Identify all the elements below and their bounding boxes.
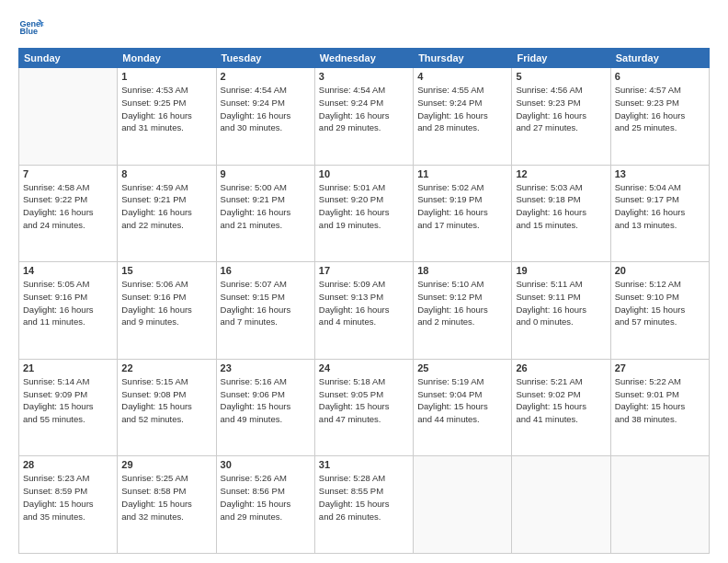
day-number: 11 <box>417 168 507 179</box>
calendar-cell: 26Sunrise: 5:21 AM Sunset: 9:02 PM Dayli… <box>512 359 610 456</box>
day-number: 7 <box>23 168 113 179</box>
calendar-cell: 22Sunrise: 5:15 AM Sunset: 9:08 PM Dayli… <box>118 359 216 456</box>
calendar-header-saturday: Saturday <box>610 49 709 68</box>
day-info: Sunrise: 5:04 AM Sunset: 9:17 PM Dayligh… <box>615 181 705 232</box>
day-number: 9 <box>221 168 311 179</box>
day-number: 25 <box>417 362 507 373</box>
calendar-header-sunday: Sunday <box>19 49 118 68</box>
day-number: 21 <box>23 362 113 373</box>
day-number: 18 <box>417 265 507 276</box>
calendar-header-row: SundayMondayTuesdayWednesdayThursdayFrid… <box>19 49 710 68</box>
day-number: 19 <box>516 265 606 276</box>
calendar-week-2: 14Sunrise: 5:05 AM Sunset: 9:16 PM Dayli… <box>19 262 710 360</box>
day-info: Sunrise: 5:28 AM Sunset: 8:55 PM Dayligh… <box>319 472 409 523</box>
calendar-cell: 5Sunrise: 4:56 AM Sunset: 9:23 PM Daylig… <box>512 68 610 166</box>
day-number: 17 <box>319 265 409 276</box>
calendar-cell: 14Sunrise: 5:05 AM Sunset: 9:16 PM Dayli… <box>19 262 118 360</box>
day-info: Sunrise: 5:03 AM Sunset: 9:18 PM Dayligh… <box>516 181 606 232</box>
day-number: 3 <box>319 71 409 82</box>
calendar-cell: 18Sunrise: 5:10 AM Sunset: 9:12 PM Dayli… <box>414 262 512 360</box>
calendar-cell: 30Sunrise: 5:26 AM Sunset: 8:56 PM Dayli… <box>216 456 314 554</box>
calendar-cell: 10Sunrise: 5:01 AM Sunset: 9:20 PM Dayli… <box>314 165 413 262</box>
calendar-week-3: 21Sunrise: 5:14 AM Sunset: 9:09 PM Dayli… <box>19 359 710 456</box>
day-number: 29 <box>121 459 211 470</box>
day-number: 2 <box>221 71 311 82</box>
day-info: Sunrise: 4:58 AM Sunset: 9:22 PM Dayligh… <box>23 181 113 232</box>
calendar-cell: 11Sunrise: 5:02 AM Sunset: 9:19 PM Dayli… <box>414 165 512 262</box>
calendar-table: SundayMondayTuesdayWednesdayThursdayFrid… <box>18 48 710 554</box>
day-info: Sunrise: 5:12 AM Sunset: 9:10 PM Dayligh… <box>615 278 705 328</box>
day-info: Sunrise: 4:54 AM Sunset: 9:24 PM Dayligh… <box>319 84 409 134</box>
calendar-cell: 27Sunrise: 5:22 AM Sunset: 9:01 PM Dayli… <box>610 359 709 456</box>
calendar-header-tuesday: Tuesday <box>216 49 314 68</box>
day-info: Sunrise: 5:22 AM Sunset: 9:01 PM Dayligh… <box>615 375 705 426</box>
page: General Blue SundayMondayTuesdayWednesda… <box>0 0 728 563</box>
calendar-header-thursday: Thursday <box>414 49 512 68</box>
calendar-cell: 16Sunrise: 5:07 AM Sunset: 9:15 PM Dayli… <box>216 262 314 360</box>
calendar-cell: 4Sunrise: 4:55 AM Sunset: 9:24 PM Daylig… <box>414 68 512 166</box>
day-number: 6 <box>615 71 705 82</box>
header: General Blue <box>18 15 710 40</box>
calendar-cell: 19Sunrise: 5:11 AM Sunset: 9:11 PM Dayli… <box>512 262 610 360</box>
calendar-cell: 20Sunrise: 5:12 AM Sunset: 9:10 PM Dayli… <box>610 262 709 360</box>
calendar-cell: 9Sunrise: 5:00 AM Sunset: 9:21 PM Daylig… <box>216 165 314 262</box>
day-info: Sunrise: 4:57 AM Sunset: 9:23 PM Dayligh… <box>615 84 705 134</box>
day-number: 26 <box>516 362 606 373</box>
day-info: Sunrise: 5:11 AM Sunset: 9:11 PM Dayligh… <box>516 278 606 328</box>
calendar-cell: 31Sunrise: 5:28 AM Sunset: 8:55 PM Dayli… <box>314 456 413 554</box>
calendar-cell: 24Sunrise: 5:18 AM Sunset: 9:05 PM Dayli… <box>314 359 413 456</box>
day-number: 10 <box>319 168 409 179</box>
calendar-cell: 12Sunrise: 5:03 AM Sunset: 9:18 PM Dayli… <box>512 165 610 262</box>
day-info: Sunrise: 5:21 AM Sunset: 9:02 PM Dayligh… <box>516 375 606 426</box>
calendar-cell: 23Sunrise: 5:16 AM Sunset: 9:06 PM Dayli… <box>216 359 314 456</box>
day-info: Sunrise: 5:16 AM Sunset: 9:06 PM Dayligh… <box>221 375 311 426</box>
day-number: 28 <box>23 459 113 470</box>
calendar-cell: 25Sunrise: 5:19 AM Sunset: 9:04 PM Dayli… <box>414 359 512 456</box>
day-number: 14 <box>23 265 113 276</box>
day-number: 1 <box>121 71 211 82</box>
day-number: 13 <box>615 168 705 179</box>
calendar-cell <box>414 456 512 554</box>
day-number: 23 <box>221 362 311 373</box>
calendar-cell: 6Sunrise: 4:57 AM Sunset: 9:23 PM Daylig… <box>610 68 709 166</box>
day-info: Sunrise: 5:23 AM Sunset: 8:59 PM Dayligh… <box>23 472 113 523</box>
day-info: Sunrise: 5:15 AM Sunset: 9:08 PM Dayligh… <box>121 375 211 426</box>
calendar-cell: 8Sunrise: 4:59 AM Sunset: 9:21 PM Daylig… <box>118 165 216 262</box>
day-number: 20 <box>615 265 705 276</box>
calendar-week-1: 7Sunrise: 4:58 AM Sunset: 9:22 PM Daylig… <box>19 165 710 262</box>
calendar-cell: 29Sunrise: 5:25 AM Sunset: 8:58 PM Dayli… <box>118 456 216 554</box>
day-info: Sunrise: 4:59 AM Sunset: 9:21 PM Dayligh… <box>121 181 211 232</box>
day-number: 16 <box>221 265 311 276</box>
day-number: 27 <box>615 362 705 373</box>
calendar-cell <box>19 68 118 166</box>
day-number: 8 <box>121 168 211 179</box>
day-info: Sunrise: 5:00 AM Sunset: 9:21 PM Dayligh… <box>221 181 311 232</box>
calendar-header-wednesday: Wednesday <box>314 49 413 68</box>
day-info: Sunrise: 4:56 AM Sunset: 9:23 PM Dayligh… <box>516 84 606 134</box>
svg-text:Blue: Blue <box>19 27 38 36</box>
day-info: Sunrise: 5:01 AM Sunset: 9:20 PM Dayligh… <box>319 181 409 232</box>
calendar-header-friday: Friday <box>512 49 610 68</box>
calendar-week-0: 1Sunrise: 4:53 AM Sunset: 9:25 PM Daylig… <box>19 68 710 166</box>
day-info: Sunrise: 5:19 AM Sunset: 9:04 PM Dayligh… <box>417 375 507 426</box>
day-info: Sunrise: 5:14 AM Sunset: 9:09 PM Dayligh… <box>23 375 113 426</box>
day-info: Sunrise: 5:07 AM Sunset: 9:15 PM Dayligh… <box>221 278 311 328</box>
day-info: Sunrise: 5:05 AM Sunset: 9:16 PM Dayligh… <box>23 278 113 328</box>
calendar-cell: 2Sunrise: 4:54 AM Sunset: 9:24 PM Daylig… <box>216 68 314 166</box>
day-number: 5 <box>516 71 606 82</box>
calendar-cell: 15Sunrise: 5:06 AM Sunset: 9:16 PM Dayli… <box>118 262 216 360</box>
day-info: Sunrise: 5:10 AM Sunset: 9:12 PM Dayligh… <box>417 278 507 328</box>
day-number: 22 <box>121 362 211 373</box>
calendar-header-monday: Monday <box>118 49 216 68</box>
day-number: 15 <box>121 265 211 276</box>
day-number: 4 <box>417 71 507 82</box>
calendar-cell <box>610 456 709 554</box>
day-info: Sunrise: 4:55 AM Sunset: 9:24 PM Dayligh… <box>417 84 507 134</box>
day-number: 30 <box>221 459 311 470</box>
day-number: 31 <box>319 459 409 470</box>
day-info: Sunrise: 5:26 AM Sunset: 8:56 PM Dayligh… <box>221 472 311 523</box>
calendar-cell: 3Sunrise: 4:54 AM Sunset: 9:24 PM Daylig… <box>314 68 413 166</box>
day-info: Sunrise: 4:53 AM Sunset: 9:25 PM Dayligh… <box>121 84 211 134</box>
calendar-week-4: 28Sunrise: 5:23 AM Sunset: 8:59 PM Dayli… <box>19 456 710 554</box>
day-number: 24 <box>319 362 409 373</box>
